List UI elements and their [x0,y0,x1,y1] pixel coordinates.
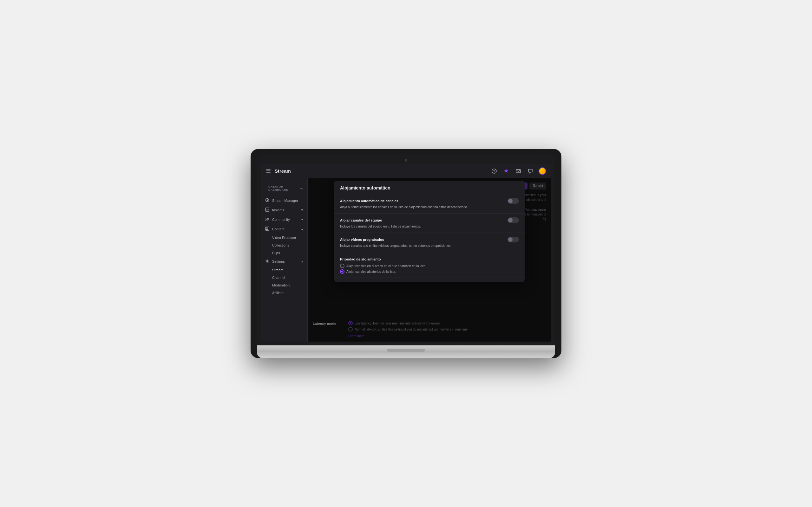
settings-label: Settings [272,260,298,263]
svg-rect-12 [266,228,267,228]
host-priority-label: Prioridad de alojamiento [340,257,380,261]
sidebar-top: CREATOR DASHBOARD ← [261,181,307,196]
avatar[interactable] [539,167,546,175]
sidebar-item-community[interactable]: Community ▼ [261,215,307,224]
help-icon[interactable]: ? [490,167,498,175]
insights-icon [264,208,270,213]
priority-label-1: Alojar canales en el orden en el que apa… [346,264,426,268]
modal-title: Alojamiento automático [340,185,391,190]
laptop-base [257,345,555,352]
auto-host-desc: Aloja automáticamente los canales de tu … [340,205,519,210]
community-icon [264,217,270,222]
star-icon[interactable] [502,167,510,175]
sidebar-item-insights[interactable]: Insights ▼ [261,205,307,215]
priority-radio-2 [340,269,345,274]
mail-icon[interactable] [514,167,522,175]
priority-radio-group: Alojar canales en el orden en el que apa… [340,264,519,274]
auto-host-row: Alojamiento automático de canales Aloja … [334,194,525,214]
modal-overlay[interactable]: Alojamiento automático Alojamiento autom… [308,178,551,342]
host-priority-label-wrap: Prioridad de alojamiento [340,256,519,262]
svg-rect-15 [267,229,268,230]
sidebar-sub-affiliate[interactable]: Affiliate [261,289,307,297]
svg-point-10 [267,218,269,219]
svg-rect-14 [266,229,267,230]
svg-point-4 [266,200,268,201]
sidebar-sub-clips[interactable]: Clips [261,249,307,257]
top-bar-right: ? [490,167,546,175]
priority-option-1[interactable]: Alojar canales en el orden en el que apa… [340,264,519,268]
priority-radio-1 [340,264,345,268]
modal-body: Alojamiento automático de canales Aloja … [334,194,525,282]
host-vods-row-top: Alojar vídeos pregrabados [340,237,519,242]
insights-label: Insights [272,208,298,212]
settings-icon [264,259,270,264]
host-team-row: Alojar canales del equipo Incluye los ca… [334,214,525,233]
top-bar: ☰ Stream ? [261,164,551,178]
content-area: Copy Reset connected. If your ubleshoot … [308,178,551,342]
laptop-notch [387,349,425,352]
priority-option-2[interactable]: Alojar canales aleatorios de la lista. [340,269,519,274]
host-list-label: Lista de alojamientos [340,281,397,282]
stream-manager-label: Stream Manager [272,199,304,203]
stream-manager-icon [264,198,270,203]
svg-rect-11 [265,227,269,230]
host-team-toggle[interactable] [507,217,519,223]
host-team-label: Alojar canales del equipo [340,218,382,222]
sidebar-sub-moderation[interactable]: Moderation [261,281,307,289]
insights-chevron: ▼ [301,209,304,212]
priority-label-2: Alojar canales aleatorios de la lista. [346,270,396,274]
screen: ☰ Stream ? [261,164,551,342]
host-vods-row: Alojar vídeos pregrabados Incluye canale… [334,233,525,252]
host-list-row[interactable]: Lista de alojamientos Añade y administra… [334,278,525,282]
svg-rect-13 [267,228,268,228]
page-title: Stream [275,168,291,174]
main-layout: CREATOR DASHBOARD ← Stream Manager [261,178,551,342]
sidebar-sub-collections[interactable]: Collections [261,241,307,249]
sidebar-item-content[interactable]: Content ▲ [261,224,307,234]
host-vods-toggle[interactable] [507,237,519,242]
screen-bezel: ☰ Stream ? [257,155,555,345]
collapse-button[interactable]: ← [300,186,304,190]
sidebar-item-settings[interactable]: Settings ▲ [261,257,307,266]
sidebar-item-stream-manager[interactable]: Stream Manager [261,196,307,205]
community-label: Community [272,218,298,222]
top-bar-left: ☰ Stream [266,168,490,175]
host-vods-label: Alojar vídeos pregrabados [340,238,384,241]
auto-host-label: Alojamiento automático de canales [340,199,398,203]
laptop-frame: ☰ Stream ? [251,149,561,358]
hamburger-icon[interactable]: ☰ [266,168,271,175]
svg-text:?: ? [493,170,495,173]
host-vods-desc: Incluye canales que emitan vídeos pregra… [340,244,519,248]
svg-point-9 [266,218,267,219]
auto-host-row-top: Alojamiento automático de canales [340,198,519,204]
settings-chevron: ▲ [301,260,304,263]
sidebar-sub-video-producer[interactable]: Video Producer [261,234,307,241]
community-chevron: ▼ [301,218,304,221]
sidebar-sub-channel[interactable]: Channel [261,274,307,281]
auto-host-toggle[interactable] [507,198,519,204]
laptop-bottom [257,352,555,358]
modal-header: Alojamiento automático [334,181,525,194]
chat-icon[interactable] [526,167,534,175]
svg-rect-2 [516,170,520,173]
sidebar-sub-stream[interactable]: Stream [261,266,307,274]
sidebar: CREATOR DASHBOARD ← Stream Manager [261,178,308,342]
content-icon [264,227,270,232]
dashboard-label: CREATOR DASHBOARD [264,182,300,194]
auto-host-modal: Alojamiento automático Alojamiento autom… [334,181,525,282]
camera [405,159,407,162]
host-list-text: Lista de alojamientos Añade y administra… [340,281,397,282]
svg-point-16 [266,261,268,262]
host-priority-row: Prioridad de alojamiento Alojar canales … [334,252,525,278]
host-team-desc: Incluye los canales del equipo en tu lis… [340,224,519,229]
content-chevron: ▲ [301,228,304,231]
content-label: Content [272,227,298,231]
host-team-row-top: Alojar canales del equipo [340,217,519,223]
